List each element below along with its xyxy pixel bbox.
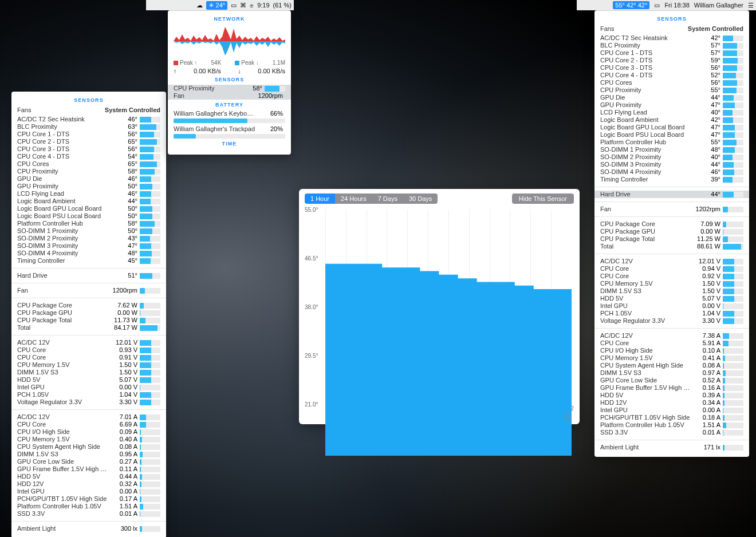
sensor-temp-row[interactable]: LCD Flying Lead 46°	[17, 190, 160, 198]
sensor-temp-row[interactable]: LCD Flying Lead 40°	[600, 109, 743, 116]
sensor-temp-row[interactable]: Logic Board GPU Local Board 47°	[600, 124, 743, 131]
tab-30-days[interactable]: 30 Days	[403, 194, 438, 204]
shield-icon[interactable]: ⍟	[250, 2, 254, 9]
menubar-user[interactable]: William Gallagher	[694, 2, 743, 9]
sensor-amp-row[interactable]: GPU Frame Buffer 1.5V High Side 0.11 A	[17, 465, 160, 473]
sensor-volt-row[interactable]: Voltage Regulator 3.3V 3.30 V	[17, 398, 160, 406]
battery-row[interactable]: William Gallagher's Trackpad20%	[174, 125, 285, 133]
sensor-volt-row[interactable]: PCH 1.05V 1.04 V	[600, 310, 743, 317]
sensor-temp-row[interactable]: SO-DIMM 4 Proximity 48°	[17, 250, 160, 257]
sensor-power-row[interactable]: CPU Package Total 11.73 W	[17, 317, 160, 324]
sensor-amp-row[interactable]: PCH/GPU/TBT 1.05V High Side 0.17 A	[17, 495, 160, 503]
tab-7-days[interactable]: 7 Days	[372, 194, 403, 204]
sensor-amp-row[interactable]: CPU Memory 1.5V 0.41 A	[600, 354, 743, 362]
bluetooth-icon[interactable]: ⌘	[240, 2, 246, 9]
battery-row[interactable]: William Gallagher's Keyboard66%	[174, 110, 285, 117]
sensor-volt-row[interactable]: Intel GPU 0.00 V	[17, 384, 160, 391]
sensor-power-row[interactable]: Total 88.61 W	[600, 243, 743, 250]
sensor-temp-row[interactable]: CPU Core 3 - DTS 56°	[17, 145, 160, 153]
display-icon[interactable]: ▭	[231, 2, 237, 9]
tab-24-hours[interactable]: 24 Hours	[335, 194, 372, 204]
sensor-temp-row[interactable]: Timing Controller 45°	[17, 257, 160, 264]
hide-sensor-button[interactable]: Hide This Sensor	[512, 194, 574, 204]
sensor-temp-row[interactable]: CPU Core 4 - DTS 54°	[17, 153, 160, 160]
sensor-temp-row[interactable]: SO-DIMM 4 Proximity 46°	[600, 168, 743, 176]
sensor-temp-row[interactable]: SO-DIMM 1 Proximity 50°	[17, 227, 160, 235]
sensor-amp-row[interactable]: Intel GPU 0.00 A	[17, 488, 160, 495]
sensor-amp-row[interactable]: Intel GPU 0.00 A	[600, 406, 743, 414]
sensor-temp-row[interactable]: CPU Proximity 58°	[17, 168, 160, 175]
sensor-temp-row[interactable]: CPU Core 2 - DTS 65°	[17, 138, 160, 145]
sensor-amp-row[interactable]: CPU I/O High Side 0.10 A	[600, 347, 743, 354]
sensor-amp-row[interactable]: CPU Core 5.91 A	[600, 339, 743, 347]
sensor-volt-row[interactable]: DIMM 1.5V S3 1.50 V	[17, 369, 160, 376]
sensor-amp-row[interactable]: HDD 12V 0.34 A	[600, 399, 743, 406]
sensor-row-cpu-proximity[interactable]: CPU Proximity 58°	[174, 85, 285, 92]
sensor-amp-row[interactable]: HDD 5V 0.39 A	[600, 392, 743, 399]
display-icon[interactable]: ▭	[654, 2, 660, 9]
tab-1-hour[interactable]: 1 Hour	[305, 194, 335, 204]
sensor-temp-row[interactable]: Platform Controller Hub 58°	[17, 220, 160, 227]
sensor-amp-row[interactable]: CPU Core 6.69 A	[17, 421, 160, 428]
sensor-volt-row[interactable]: AC/DC 12V 12.01 V	[17, 339, 160, 346]
sensor-temp-row[interactable]: GPU Proximity 47°	[600, 101, 743, 109]
sensor-amp-row[interactable]: CPU Memory 1.5V 0.40 A	[17, 436, 160, 443]
sensor-temp-row[interactable]: BLC Proximity 63°	[17, 123, 160, 131]
sensor-volt-row[interactable]: Voltage Regulator 3.3V 3.30 V	[600, 317, 743, 325]
sensor-temp-row[interactable]: GPU Die 46°	[17, 175, 160, 183]
sensor-amp-row[interactable]: CPU System Agent High Side 0.08 A	[600, 362, 743, 369]
sensor-temp-row[interactable]: Logic Board Ambient 42°	[600, 116, 743, 124]
weather-widget[interactable]: ☀︎ 24°	[206, 1, 228, 10]
sensor-temp-row[interactable]: CPU Core 4 - DTS 52°	[600, 72, 743, 79]
menubar-clock[interactable]: 9:19	[257, 2, 269, 9]
cloud-icon[interactable]: ☁︎	[196, 2, 203, 9]
sensor-temp-row[interactable]: AC/DC T2 Sec Heatsink 42°	[600, 34, 743, 42]
sensor-amp-row[interactable]: AC/DC 12V 7.38 A	[600, 332, 743, 339]
sensor-temp-row[interactable]: SO-DIMM 1 Proximity 48°	[600, 146, 743, 153]
istat-temps[interactable]: 55° 42° 42°	[613, 1, 649, 9]
sensor-volt-row[interactable]: DIMM 1.5V S3 1.50 V	[600, 287, 743, 295]
sensor-amp-row[interactable]: DIMM 1.5V S3 0.97 A	[600, 369, 743, 377]
sensor-amp-row[interactable]: GPU Core Low Side 0.27 A	[17, 458, 160, 465]
sensor-temp-row[interactable]: SO-DIMM 2 Proximity 40°	[600, 153, 743, 161]
sensor-volt-row[interactable]: PCH 1.05V 1.04 V	[17, 391, 160, 398]
sensor-temp-row[interactable]: Logic Board PSU Local Board 50°	[17, 212, 160, 220]
sensor-temp-row[interactable]: SO-DIMM 3 Proximity 44°	[600, 161, 743, 168]
sensor-temp-row[interactable]: BLC Proximity 57°	[600, 42, 743, 49]
sensor-harddrive-row[interactable]: Hard Drive 44°	[600, 191, 743, 198]
fans-header[interactable]: Fans System Controlled	[600, 25, 743, 32]
sensor-harddrive-row[interactable]: Hard Drive 51°	[17, 272, 160, 279]
menubar-battery[interactable]: (61 %)	[273, 2, 292, 9]
sensor-volt-row[interactable]: CPU Core 0.92 V	[600, 273, 743, 280]
sensor-volt-row[interactable]: CPU Memory 1.5V 1.50 V	[600, 280, 743, 287]
sensor-amp-row[interactable]: PCH/GPU/TBT 1.05V High Side 0.18 A	[600, 414, 743, 421]
sensor-amp-row[interactable]: AC/DC 12V 7.01 A	[17, 413, 160, 421]
sensor-power-row[interactable]: Total 84.17 W	[17, 324, 160, 331]
sensor-row-fan[interactable]: Fan 1200rpm	[174, 92, 285, 100]
sensor-volt-row[interactable]: CPU Core 0.93 V	[17, 346, 160, 354]
list-icon[interactable]: ☰	[748, 2, 754, 9]
sensor-amp-row[interactable]: Platform Controller Hub 1.05V 1.51 A	[17, 503, 160, 510]
sensor-temp-row[interactable]: CPU Core 1 - DTS 57°	[600, 49, 743, 57]
time-range-tabs[interactable]: 1 Hour24 Hours7 Days30 Days	[305, 194, 438, 204]
sensor-temp-row[interactable]: CPU Cores 65°	[17, 160, 160, 168]
sensor-volt-row[interactable]: CPU Memory 1.5V 1.50 V	[17, 361, 160, 369]
sensor-amp-row[interactable]: HDD 5V 0.44 A	[17, 473, 160, 480]
sensor-temp-row[interactable]: GPU Proximity 50°	[17, 183, 160, 190]
sensor-amp-row[interactable]: DIMM 1.5V S3 0.95 A	[17, 451, 160, 458]
sensor-power-row[interactable]: CPU Package Core 7.62 W	[17, 302, 160, 309]
sensor-ambient-row[interactable]: Ambient Light 300 lx	[17, 525, 160, 532]
sensor-temp-row[interactable]: Logic Board GPU Local Board 50°	[17, 205, 160, 212]
sensor-amp-row[interactable]: SSD 3.3V 0.01 A	[600, 429, 743, 436]
sensor-amp-row[interactable]: GPU Frame Buffer 1.5V High Side 0.16 A	[600, 384, 743, 392]
sensor-ambient-row[interactable]: Ambient Light 171 lx	[600, 444, 743, 451]
sensor-temp-row[interactable]: CPU Cores 56°	[600, 79, 743, 86]
sensor-temp-row[interactable]: CPU Core 3 - DTS 56°	[600, 64, 743, 72]
sensor-temp-row[interactable]: GPU Die 44°	[600, 94, 743, 101]
sensor-temp-row[interactable]: Timing Controller 39°	[600, 176, 743, 183]
sensor-temp-row[interactable]: CPU Core 2 - DTS 59°	[600, 57, 743, 64]
sensor-temp-row[interactable]: CPU Proximity 55°	[600, 86, 743, 94]
sensor-amp-row[interactable]: Platform Controller Hub 1.05V 1.51 A	[600, 421, 743, 429]
sensor-amp-row[interactable]: GPU Core Low Side 0.52 A	[600, 377, 743, 384]
sensor-volt-row[interactable]: AC/DC 12V 12.01 V	[600, 258, 743, 265]
